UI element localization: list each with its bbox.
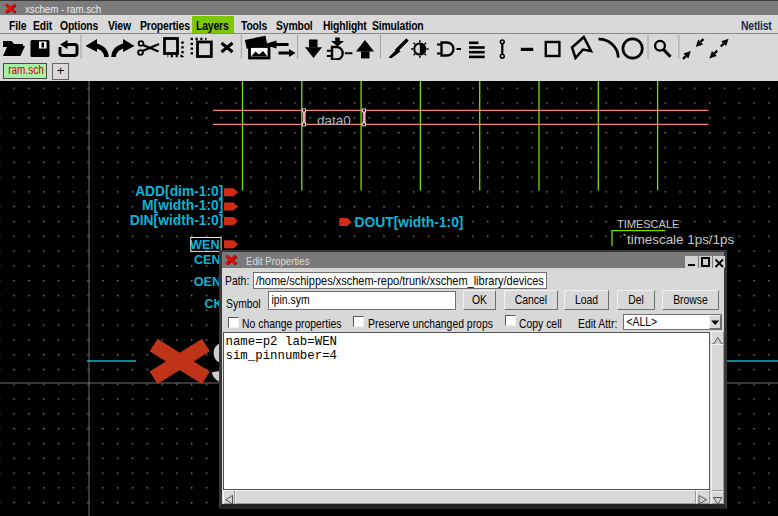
- svg-text:ADD[dim-1:0]: ADD[dim-1:0]: [135, 184, 223, 199]
- svg-text:OEN: OEN: [194, 275, 221, 289]
- svg-text:DOUT[width-1:0]: DOUT[width-1:0]: [355, 215, 464, 230]
- svg-text:WEN: WEN: [190, 238, 219, 252]
- svg-text:data0: data0: [317, 113, 351, 128]
- svg-text:CEN: CEN: [194, 253, 221, 267]
- svg-text:DIN[width-1:0]: DIN[width-1:0]: [130, 213, 224, 228]
- svg-text:`timescale 1ps/1ps: `timescale 1ps/1ps: [623, 232, 735, 247]
- svg-text:TIMESCALE: TIMESCALE: [617, 218, 679, 230]
- svg-text:M[width-1:0]: M[width-1:0]: [142, 198, 223, 213]
